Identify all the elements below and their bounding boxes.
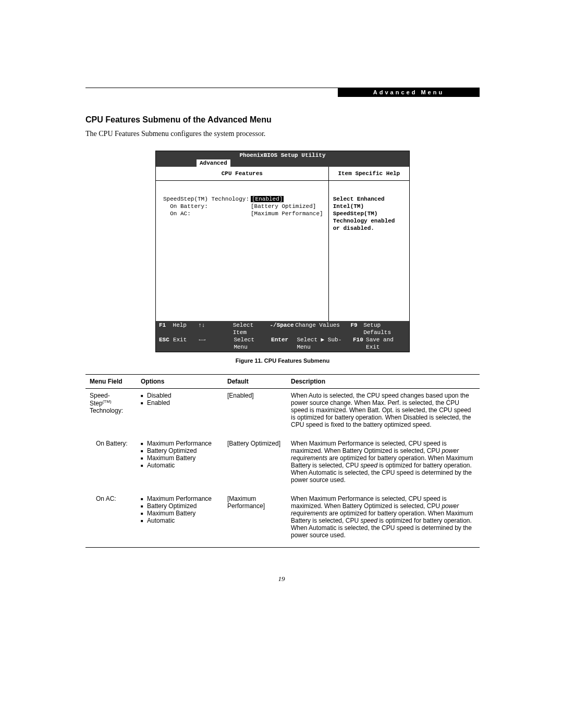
table-row: On Battery:Maximum PerformanceBattery Op… xyxy=(85,437,480,492)
bios-setting-speedstep[interactable]: SpeedStep(TM) Technology: [Enabled] xyxy=(163,195,323,203)
option-item: Disabled xyxy=(141,392,219,399)
intro-text: The CPU Features Submenu configures the … xyxy=(85,130,480,138)
section-heading: CPU Features Submenu of the Advanced Men… xyxy=(85,115,480,125)
cell-description: When Maximum Performance is selected, CP… xyxy=(287,437,480,492)
bios-key-action: Setup Defaults xyxy=(363,322,406,336)
bios-key-action: Exit xyxy=(173,336,199,351)
bios-footer: F1 Help ↑↓ Select Item -/Space Change Va… xyxy=(156,321,409,352)
col-options: Options xyxy=(137,375,223,389)
cell-description: When Auto is selected, the CPU speed cha… xyxy=(287,389,480,437)
bios-help-text: Select Enhanced Intel(TM) SpeedStep(TM) … xyxy=(329,181,409,232)
bios-title: PhoenixBIOS Setup Utility xyxy=(156,151,409,159)
cell-options: DisabledEnabled xyxy=(137,389,223,437)
cell-options: Maximum PerformanceBattery OptimizedMaxi… xyxy=(137,437,223,492)
options-table: Menu Field Options Default Description S… xyxy=(85,374,480,548)
option-item: Automatic xyxy=(141,462,219,469)
bios-key-action: Select Menu xyxy=(234,336,271,351)
bios-setting-on-ac[interactable]: On AC: [Maximum Performance] xyxy=(163,210,323,217)
cell-menu-field: On AC: xyxy=(85,492,137,548)
cell-options: Maximum PerformanceBattery OptimizedMaxi… xyxy=(137,492,223,548)
bios-key-action: Help xyxy=(173,322,199,336)
page-header-bar: Advanced Menu xyxy=(338,88,480,97)
bios-help-pane: Item Specific Help Select Enhanced Intel… xyxy=(329,167,409,321)
bios-setting-label: SpeedStep(TM) Technology: xyxy=(163,195,251,203)
bios-screenshot: PhoenixBIOS Setup Utility Advanced CPU F… xyxy=(155,151,410,352)
bios-key-action: Change Values xyxy=(295,322,350,336)
cell-description: When Maximum Performance is selected, CP… xyxy=(287,492,480,548)
bios-setting-value-selected[interactable]: [Enabled] xyxy=(251,196,284,202)
cell-menu-field: Speed-Step(TM)Technology: xyxy=(85,389,137,437)
table-row: On AC:Maximum PerformanceBattery Optimiz… xyxy=(85,492,480,548)
bios-help-header: Item Specific Help xyxy=(329,167,409,181)
cell-default: [Battery Optimized] xyxy=(223,437,287,492)
col-menu-field: Menu Field xyxy=(85,375,137,389)
bios-setting-value[interactable]: [Battery Optimized] xyxy=(251,203,323,210)
option-item: Battery Optimized xyxy=(141,502,219,510)
cell-default: [Maximum Performance] xyxy=(223,492,287,548)
bios-left-header: CPU Features xyxy=(156,167,328,181)
page-number: 19 xyxy=(0,575,563,583)
option-item: Maximum Battery xyxy=(141,454,219,462)
option-item: Maximum Performance xyxy=(141,440,219,447)
bios-key: ESC xyxy=(159,336,173,351)
bios-tab-advanced[interactable]: Advanced xyxy=(197,159,230,167)
option-item: Maximum Battery xyxy=(141,510,219,517)
bios-setting-label: On Battery: xyxy=(163,203,251,210)
cell-menu-field: On Battery: xyxy=(85,437,137,492)
option-item: Automatic xyxy=(141,517,219,524)
option-item: Enabled xyxy=(141,399,219,406)
col-default: Default xyxy=(223,375,287,389)
col-description: Description xyxy=(287,375,480,389)
cell-default: [Enabled] xyxy=(223,389,287,437)
bios-key: ↑↓ xyxy=(198,322,232,336)
bios-setting-value[interactable]: [Maximum Performance] xyxy=(251,210,323,217)
bios-key: F10 xyxy=(353,336,366,351)
option-item: Maximum Performance xyxy=(141,495,219,502)
bios-tab-row: Advanced xyxy=(156,159,409,167)
bios-key: ←→ xyxy=(199,336,234,351)
bios-key-action: Select ▶ Sub-Menu xyxy=(297,336,353,351)
bios-key-action: Select Item xyxy=(233,322,270,336)
option-item: Battery Optimized xyxy=(141,447,219,454)
bios-key: F9 xyxy=(350,322,363,336)
bios-left-pane: CPU Features SpeedStep(TM) Technology: [… xyxy=(156,167,329,321)
table-row: Speed-Step(TM)Technology:DisabledEnabled… xyxy=(85,389,480,437)
bios-setting-label: On AC: xyxy=(163,210,251,217)
bios-key: -/Space xyxy=(270,322,295,336)
figure-caption: Figure 11. CPU Features Submenu xyxy=(85,357,480,364)
bios-key: F1 xyxy=(159,322,173,336)
bios-key: Enter xyxy=(271,336,297,351)
bios-setting-on-battery[interactable]: On Battery: [Battery Optimized] xyxy=(163,203,323,210)
bios-key-action: Save and Exit xyxy=(366,336,406,351)
